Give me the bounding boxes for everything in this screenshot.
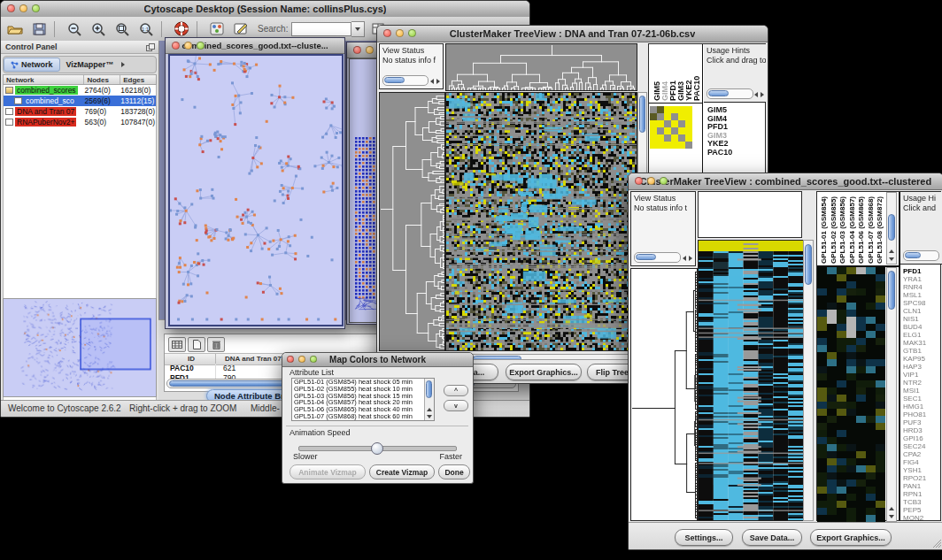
gene-label[interactable]: NIS1: [900, 315, 942, 323]
minimize-icon[interactable]: [298, 356, 305, 363]
attribute-list[interactable]: GPL51-01 (GSM854) heat shock 05 minGPL51…: [291, 378, 435, 421]
gene-label[interactable]: SEC1: [900, 395, 942, 403]
move-down-button[interactable]: v: [444, 400, 468, 411]
gene-label[interactable]: MON2: [900, 514, 942, 522]
zoom-heatmap-scrollbar[interactable]: [886, 267, 897, 522]
column-label[interactable]: GPL51-01 (GSM854): [820, 196, 828, 264]
scroll-down-icon[interactable]: [889, 515, 894, 518]
attribute-list-scrollbar[interactable]: [424, 379, 434, 420]
scroll-down-icon[interactable]: [427, 415, 432, 418]
gene-label[interactable]: HAP3: [900, 363, 942, 371]
scroll-right-icon[interactable]: [689, 256, 692, 261]
gene-label[interactable]: PAN1: [900, 482, 942, 490]
view-status-scrollbar[interactable]: [382, 75, 429, 86]
scroll-right-icon[interactable]: [761, 92, 764, 97]
scroll-down-icon[interactable]: [889, 257, 894, 261]
network-overview-thumbnail[interactable]: [3, 298, 157, 397]
scroll-left-icon[interactable]: [754, 92, 758, 97]
open-file-button[interactable]: [5, 20, 25, 38]
gene-label[interactable]: PFD1: [900, 267, 942, 275]
scroll-up-icon[interactable]: [889, 507, 894, 510]
treeview1-heatmap[interactable]: [445, 92, 637, 351]
column-label[interactable]: GPL51-08 (GSM872): [876, 196, 884, 264]
zoom-fit-icon[interactable]: 1:1: [136, 20, 156, 38]
close-icon[interactable]: [287, 356, 294, 363]
minimize-icon[interactable]: [647, 177, 655, 185]
column-labels-scrollbar[interactable]: [886, 192, 897, 265]
gene-label[interactable]: VIP1: [900, 371, 942, 379]
gene-label[interactable]: YSH1: [900, 466, 942, 474]
treeview1-selection-matrix[interactable]: [650, 106, 692, 149]
save-button[interactable]: [29, 20, 49, 38]
new-attribute-icon[interactable]: [188, 337, 205, 352]
help-lifering-icon[interactable]: [172, 20, 191, 38]
gene-label[interactable]: KAP95: [900, 355, 942, 363]
export-graphics-button[interactable]: Export Graphics...: [506, 364, 582, 380]
treeview2-vscrollbar[interactable]: [803, 240, 814, 521]
gene-label[interactable]: NTR2: [900, 379, 942, 387]
network-row[interactable]: DNA and Tran 07769(0)183728(0): [4, 106, 156, 117]
gene-label[interactable]: CPA2: [900, 450, 942, 458]
minimize-icon[interactable]: [184, 42, 192, 50]
zoom-selected-icon[interactable]: [112, 20, 132, 38]
scroll-up-icon[interactable]: [427, 408, 432, 411]
gene-label[interactable]: MSI1: [900, 387, 942, 395]
done-button[interactable]: Done: [438, 464, 470, 479]
resize-grip-icon[interactable]: [931, 538, 942, 548]
network-canvas-1[interactable]: [168, 54, 344, 326]
gene-label[interactable]: PUF3: [900, 418, 942, 426]
zoom-window-icon[interactable]: [660, 177, 668, 185]
zoom-out-icon[interactable]: [65, 20, 84, 38]
col-nodes[interactable]: Nodes: [84, 75, 120, 84]
gene-label[interactable]: RNR4: [900, 283, 942, 291]
col-edges[interactable]: Edges: [120, 75, 156, 84]
treeview1-row-dendrogram[interactable]: [379, 92, 445, 351]
zoom-window-icon[interactable]: [310, 356, 317, 363]
gene-label[interactable]: GPI16: [900, 434, 942, 442]
minimize-icon[interactable]: [396, 29, 404, 37]
zoom-window-icon[interactable]: [32, 4, 40, 12]
gene-label[interactable]: ELG1: [900, 331, 942, 339]
gene-label[interactable]: FIG4: [900, 458, 942, 466]
animation-speed-slider[interactable]: [298, 446, 457, 451]
gene-label[interactable]: CLN1: [900, 307, 942, 315]
gene-label[interactable]: BUD4: [900, 323, 942, 331]
minimize-icon[interactable]: [366, 46, 374, 54]
scroll-right-icon[interactable]: [436, 79, 440, 84]
gene-label[interactable]: HRD3: [900, 426, 942, 434]
gene-label[interactable]: PHO81: [900, 410, 942, 418]
close-icon[interactable]: [7, 4, 15, 12]
column-label[interactable]: GPL51-03 (GSM856): [838, 196, 846, 264]
column-label[interactable]: GPL51-02 (GSM855): [830, 196, 838, 264]
close-icon[interactable]: [353, 46, 361, 54]
col-network[interactable]: Network: [4, 75, 84, 84]
gene-label[interactable]: SPC98: [900, 299, 942, 307]
gene-label[interactable]: SEC24: [900, 442, 942, 450]
selection-gene-label[interactable]: PAC10: [706, 149, 732, 157]
column-label[interactable]: PAC10: [692, 76, 700, 101]
treeview2-zoom-heatmap[interactable]: [817, 267, 885, 522]
gene-label[interactable]: RPO21: [900, 474, 942, 482]
gene-label[interactable]: HMG1: [900, 403, 942, 410]
tab-overflow-icon[interactable]: [121, 62, 125, 67]
annotation-icon[interactable]: [231, 20, 251, 38]
treeview1-column-dendrogram[interactable]: [445, 43, 637, 91]
minimize-icon[interactable]: [19, 4, 27, 12]
attribute-item[interactable]: GPL51-07 (GSM868) heat shock 60 min: [292, 413, 434, 420]
gene-label[interactable]: MSL1: [900, 291, 942, 299]
gene-label[interactable]: RPN1: [900, 490, 942, 498]
network-row[interactable]: RNAPuberNov2+563(0)107847(0): [4, 117, 156, 127]
gene-label[interactable]: GTB1: [900, 347, 942, 355]
float-panel-icon[interactable]: [146, 43, 155, 51]
column-label[interactable]: GPL51-04 (GSM857): [848, 196, 856, 264]
save-data-button[interactable]: Save Data...: [742, 529, 802, 546]
usage-hints-scrollbar[interactable]: [706, 88, 753, 99]
treeview2-row-dendrogram[interactable]: [630, 268, 698, 521]
search-dropdown-icon[interactable]: [351, 21, 365, 37]
gene-label[interactable]: YRA1: [900, 275, 942, 283]
gene-label[interactable]: MAK31: [900, 339, 942, 347]
column-label[interactable]: GPL51-06 (GSM865): [857, 196, 865, 264]
select-attributes-icon[interactable]: [168, 337, 186, 352]
tab-network[interactable]: Network: [4, 58, 60, 72]
zoom-window-icon[interactable]: [197, 42, 205, 50]
